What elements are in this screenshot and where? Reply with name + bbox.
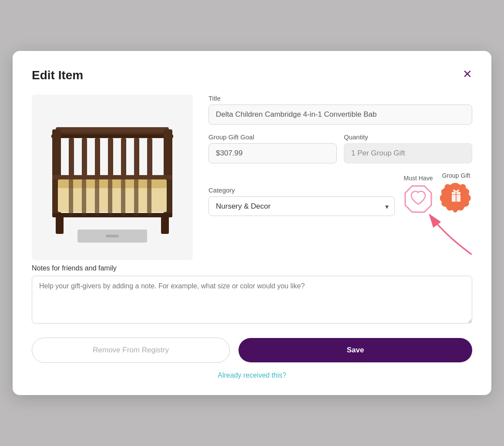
quantity-input <box>344 143 472 163</box>
svg-rect-2 <box>51 135 173 138</box>
svg-rect-30 <box>455 192 457 202</box>
svg-rect-12 <box>147 138 152 177</box>
notes-label: Notes for friends and family <box>32 264 472 272</box>
svg-rect-7 <box>82 138 87 177</box>
must-have-badge-group: Must Have <box>403 175 433 215</box>
group-gift-arrow <box>416 209 481 257</box>
group-gift-goal-input[interactable] <box>208 143 337 163</box>
group-gift-goal-label: Group Gift Goal <box>208 133 337 141</box>
actions-row: Remove From Registry Save <box>32 338 472 363</box>
svg-rect-23 <box>56 216 64 234</box>
must-have-label: Must Have <box>404 175 433 182</box>
svg-rect-22 <box>147 179 151 216</box>
group-gift-label: Group Gift <box>442 172 470 179</box>
svg-rect-10 <box>121 138 126 177</box>
category-select-wrapper: Nursery & Decor Clothing Feeding Bath & … <box>208 196 395 216</box>
badges-container: Must Have Group Gif <box>403 172 472 216</box>
svg-rect-26 <box>106 235 119 237</box>
category-select[interactable]: Nursery & Decor Clothing Feeding Bath & … <box>208 196 395 216</box>
modal-header: Edit Item ✕ <box>32 68 472 82</box>
modal-backdrop: Edit Item ✕ <box>0 0 504 446</box>
svg-rect-1 <box>56 127 169 132</box>
svg-rect-19 <box>108 179 112 216</box>
svg-rect-24 <box>161 216 169 234</box>
svg-rect-17 <box>82 179 86 216</box>
remove-from-registry-button[interactable]: Remove From Registry <box>32 338 230 363</box>
title-input[interactable] <box>208 105 472 125</box>
group-gift-button[interactable] <box>440 182 472 215</box>
goal-quantity-row: Group Gift Goal Quantity <box>208 133 472 163</box>
notes-textarea[interactable] <box>32 276 472 324</box>
group-gift-icon <box>440 182 472 214</box>
product-image-container <box>32 95 193 260</box>
save-button[interactable]: Save <box>239 338 472 362</box>
svg-rect-9 <box>108 138 113 177</box>
title-label: Title <box>208 95 472 102</box>
must-have-button[interactable] <box>403 184 433 215</box>
form-section: Title Group Gift Goal Quantity <box>208 95 472 260</box>
edit-item-modal: Edit Item ✕ <box>13 51 491 395</box>
svg-marker-27 <box>405 186 431 212</box>
svg-rect-8 <box>95 138 100 177</box>
must-have-icon <box>403 184 433 214</box>
title-field-group: Title <box>208 95 472 125</box>
category-label: Category <box>208 186 395 194</box>
quantity-label: Quantity <box>344 133 472 141</box>
quantity-field: Quantity <box>344 133 472 163</box>
notes-section: Notes for friends and family <box>32 264 472 325</box>
svg-rect-20 <box>121 179 125 216</box>
already-received-link[interactable]: Already received this? <box>218 372 286 379</box>
category-badges-row: Category Nursery & Decor Clothing Feedin… <box>208 172 472 216</box>
svg-rect-11 <box>134 138 139 177</box>
modal-title: Edit Item <box>32 68 83 82</box>
product-image <box>43 103 182 251</box>
svg-rect-6 <box>69 138 74 177</box>
svg-rect-18 <box>95 179 99 216</box>
category-field: Category Nursery & Decor Clothing Feedin… <box>208 186 395 216</box>
group-gift-badge-group: Group Gift <box>440 172 472 215</box>
group-gift-goal-field: Group Gift Goal <box>208 133 337 163</box>
already-received-section: Already received this? <box>32 372 472 379</box>
modal-body: Title Group Gift Goal Quantity <box>32 95 472 260</box>
svg-rect-21 <box>134 179 138 216</box>
svg-rect-16 <box>69 179 73 216</box>
close-button[interactable]: ✕ <box>463 68 472 80</box>
